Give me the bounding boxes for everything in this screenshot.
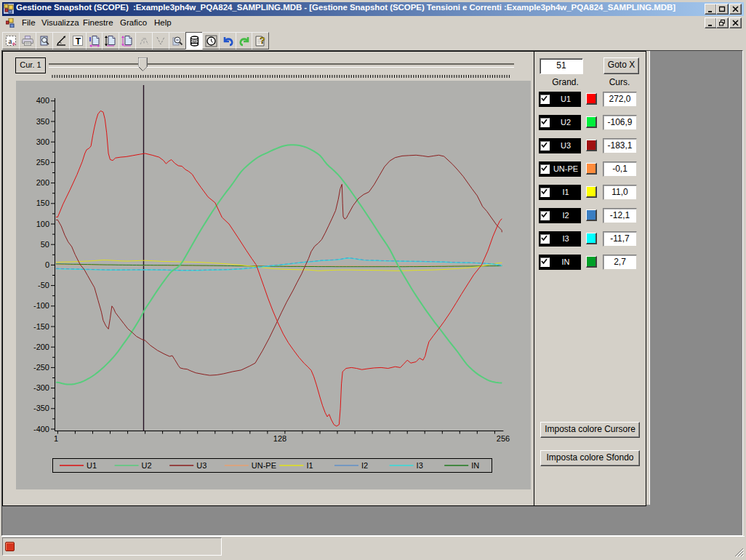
svg-text:-250: -250 bbox=[33, 363, 49, 372]
svg-text:256: 256 bbox=[497, 434, 510, 443]
svg-text:150: 150 bbox=[36, 199, 49, 207]
svg-text:-350: -350 bbox=[33, 404, 49, 412]
svg-text:U3: U3 bbox=[196, 461, 206, 470]
svg-text:50: 50 bbox=[41, 240, 49, 249]
svg-text:-150: -150 bbox=[33, 322, 49, 331]
svg-text:-400: -400 bbox=[33, 425, 49, 433]
svg-text:U1: U1 bbox=[87, 461, 97, 470]
svg-text:250: 250 bbox=[36, 158, 49, 167]
svg-text:-200: -200 bbox=[33, 343, 49, 351]
svg-text:200: 200 bbox=[36, 178, 49, 187]
svg-text:100: 100 bbox=[36, 220, 49, 228]
svg-text:U2: U2 bbox=[142, 461, 152, 470]
svg-text:300: 300 bbox=[36, 137, 49, 146]
svg-text:1: 1 bbox=[54, 434, 58, 443]
svg-text:IN: IN bbox=[471, 461, 479, 470]
svg-text:UN-PE: UN-PE bbox=[252, 461, 276, 470]
svg-text:350: 350 bbox=[36, 117, 49, 126]
svg-text:-50: -50 bbox=[38, 281, 49, 289]
svg-text:-300: -300 bbox=[33, 383, 49, 392]
svg-text:0: 0 bbox=[45, 260, 49, 269]
svg-text:I3: I3 bbox=[417, 461, 423, 470]
svg-text:I1: I1 bbox=[306, 461, 313, 470]
svg-text:400: 400 bbox=[36, 96, 49, 105]
svg-text:-100: -100 bbox=[33, 301, 49, 310]
svg-text:I2: I2 bbox=[361, 461, 368, 470]
svg-text:128: 128 bbox=[273, 434, 286, 443]
